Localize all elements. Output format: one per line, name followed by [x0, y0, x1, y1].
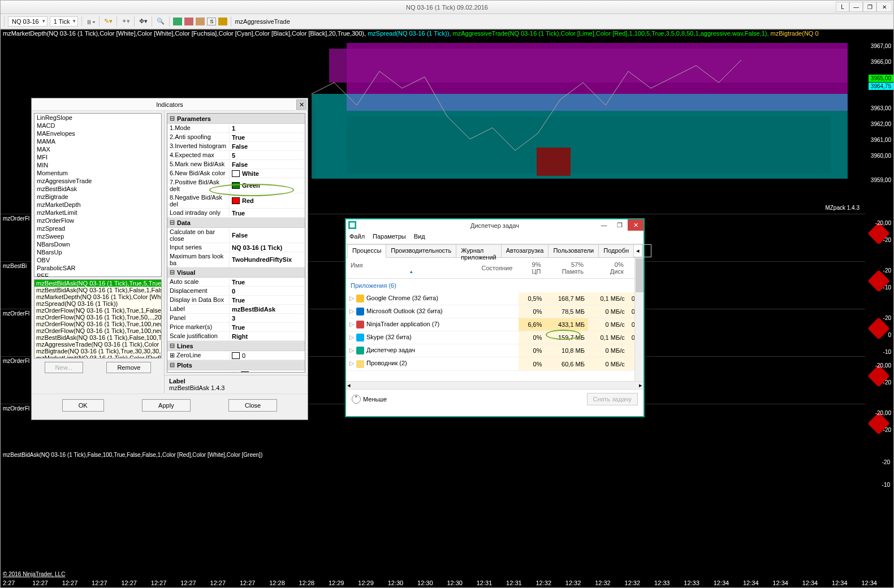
chart-icon[interactable]	[184, 18, 193, 25]
indicator-list-item[interactable]: mzSweep	[34, 232, 161, 240]
property-row[interactable]: 1.Mode1	[167, 124, 305, 133]
indicator-list-item[interactable]: ParabolicSAR	[34, 264, 161, 272]
process-row[interactable]: ▷NinjaTrader application (7)6,6%433,1 МБ…	[346, 318, 643, 331]
tab-left-button[interactable]: ◂	[633, 244, 642, 257]
expand-icon[interactable]: ▷	[349, 295, 354, 301]
property-row[interactable]: Display in Data BoxTrue	[167, 296, 305, 305]
copyright[interactable]: © 2016 NinjaTrader, LLC	[3, 571, 65, 577]
col-cpu[interactable]: 9%ЦП	[519, 258, 545, 279]
indicator-list-item[interactable]: mzMarketLimit	[34, 209, 161, 217]
property-value[interactable]: 5	[230, 151, 305, 159]
indicator-list-item[interactable]: mzSpread	[34, 224, 161, 232]
apps-group-header[interactable]: Приложения (6)	[346, 279, 643, 293]
property-row[interactable]: Auto scaleTrue	[167, 278, 305, 287]
property-row[interactable]: 3.Inverted histogramFalse	[167, 142, 305, 151]
property-row[interactable]: Load intraday onlyTrue	[167, 209, 305, 218]
property-value[interactable]: mzBestBidAsk	[230, 305, 305, 313]
crosshair-icon[interactable]: ✥▾	[138, 16, 148, 27]
indicator-list-item[interactable]: NBarsUp	[34, 248, 161, 256]
property-value[interactable]: False	[230, 228, 305, 243]
expand-icon[interactable]: ▷	[349, 360, 354, 366]
process-name-cell[interactable]: ▷NinjaTrader application (7)	[346, 318, 477, 331]
property-value[interactable]: Right	[230, 332, 305, 340]
indicator-list-item[interactable]: mzBigtrade	[34, 193, 161, 201]
zoom-icon[interactable]: 🔍	[156, 16, 166, 27]
col-state[interactable]: Состояние	[477, 258, 519, 279]
scrollbar-thumb[interactable]	[636, 258, 643, 292]
indicator-list-item[interactable]: MACD	[34, 122, 161, 129]
property-value[interactable]: 1	[230, 124, 305, 132]
indicator-list-item[interactable]: NBarsDown	[34, 240, 161, 248]
vertical-scrollbar[interactable]	[634, 258, 643, 381]
maximize-button[interactable]: ❐	[863, 2, 876, 12]
indicator-list-item[interactable]: PFE	[34, 272, 161, 277]
indicator-list-item[interactable]: MFI	[34, 153, 161, 161]
applied-indicator-item[interactable]: mzOrderFlow(NQ 03-16 (1 Tick),True,50,..…	[34, 314, 161, 321]
close-button[interactable]: Close	[228, 399, 277, 412]
tm-menu-item[interactable]: Файл	[349, 233, 365, 243]
property-row[interactable]: Scale justificationRight	[167, 332, 305, 341]
symbol-dropdown[interactable]: NQ 03-16	[8, 16, 47, 27]
tm-maximize-button[interactable]: ❐	[612, 219, 628, 231]
process-name-cell[interactable]: ▷Диспетчер задач	[346, 344, 477, 357]
indicator-list-item[interactable]: mzBestBidAsk	[34, 185, 161, 193]
property-row[interactable]: LabelmzBestBidAsk	[167, 305, 305, 314]
col-name[interactable]: Имя ▴	[346, 258, 477, 279]
pencil-icon[interactable]: ✎▾	[103, 16, 113, 27]
tm-menu-item[interactable]: Параметры	[373, 233, 406, 243]
property-row[interactable]: 4.Expected max5	[167, 151, 305, 160]
data-icon[interactable]	[173, 18, 182, 25]
property-value[interactable]: True	[230, 278, 305, 286]
applied-indicator-item[interactable]: mzAggressiveTrade(NQ 03-16 (1 Tick),Colo…	[34, 341, 161, 348]
expand-icon[interactable]: ▷	[349, 308, 354, 314]
period-dropdown[interactable]: 1 Tick	[50, 16, 79, 27]
applied-indicator-item[interactable]: mzMarketDepth(NQ 03-16 (1 Tick),Color [W…	[34, 293, 161, 300]
minimize-button[interactable]: —	[849, 2, 863, 12]
process-name-cell[interactable]: ▷Skype (32 бита)	[346, 331, 477, 344]
applied-indicator-item[interactable]: mzBestBidAsk(NQ 03-16 (1 Tick),True,5,Tr…	[34, 280, 161, 287]
property-row[interactable]: 7.Positive Bid/Ask deltGreen	[167, 178, 305, 193]
process-row[interactable]: ▷Microsoft Outlook (32 бита)0%78,5 МБ0 М…	[346, 305, 643, 318]
property-value[interactable]: Green	[230, 178, 305, 193]
property-row[interactable]: Price marker(s)True	[167, 323, 305, 332]
process-name-cell[interactable]: ▷Microsoft Outlook (32 бита)	[346, 305, 477, 318]
property-value[interactable]: True	[230, 133, 305, 141]
col-mem[interactable]: 57%Память	[546, 258, 588, 279]
col-disk[interactable]: 0%Диск	[588, 258, 628, 279]
property-value[interactable]: True	[230, 323, 305, 331]
property-value[interactable]: 📊Bar; Solid; 2px	[230, 370, 305, 373]
process-row[interactable]: ▷Проводник (2)0%60,6 МБ0 МБ/с0	[346, 357, 643, 370]
property-value[interactable]: White	[230, 169, 305, 178]
available-indicators-list[interactable]: LinRegSlopeMACDMAEnvelopesMAMAMAXMFIMINM…	[34, 113, 162, 277]
property-value[interactable]: TwoHundredFiftySix	[230, 252, 305, 267]
process-name-cell[interactable]: ▷Проводник (2)	[346, 357, 477, 370]
property-value[interactable]: Red	[230, 193, 305, 208]
end-task-button[interactable]: Снять задачу	[587, 393, 638, 405]
property-value[interactable]: 0	[230, 287, 305, 295]
property-section-header[interactable]: Data	[167, 218, 305, 228]
tm-minimize-button[interactable]: —	[596, 219, 612, 231]
wand-icon[interactable]: ✦▾	[120, 16, 131, 27]
property-row[interactable]: 6.New Bid/Ask colorWhite	[167, 169, 305, 178]
indicator-list-item[interactable]: mzOrderFlow	[34, 217, 161, 224]
expand-icon[interactable]: ▷	[349, 334, 354, 340]
property-row[interactable]: Displacement0	[167, 287, 305, 296]
property-value[interactable]: 0	[230, 351, 305, 360]
process-row[interactable]: ▷Google Chrome (32 бита)0,5%168,7 МБ0,1 …	[346, 292, 643, 305]
property-row[interactable]: ⊞ ZeroLine0	[167, 351, 305, 360]
tm-tab[interactable]: Производительность	[386, 244, 456, 257]
process-table[interactable]: Имя ▴ Состояние 9%ЦП 57%Память 0%Диск Пр…	[346, 258, 643, 371]
indicator-list-item[interactable]: MAX	[34, 145, 161, 153]
property-value[interactable]: True	[230, 209, 305, 217]
expand-icon[interactable]: ▷	[349, 347, 354, 353]
dialog-titlebar[interactable]: Indicators ✕	[32, 98, 308, 111]
tm-close-button[interactable]: ✕	[628, 219, 643, 231]
grid-icon[interactable]	[196, 18, 205, 25]
property-value[interactable]: False	[230, 160, 305, 168]
property-row[interactable]: Panel3	[167, 314, 305, 323]
tab-right-button[interactable]: ▸	[642, 244, 651, 257]
applied-indicator-item[interactable]: mzBestBidAsk(NQ 03-16 (1 Tick),False,100…	[34, 334, 161, 341]
property-value[interactable]: 3	[230, 314, 305, 322]
property-row[interactable]: Calculate on bar closeFalse	[167, 228, 305, 243]
price-axis[interactable]: 3967,003966,003965,003963,003962,003961,…	[865, 37, 893, 587]
